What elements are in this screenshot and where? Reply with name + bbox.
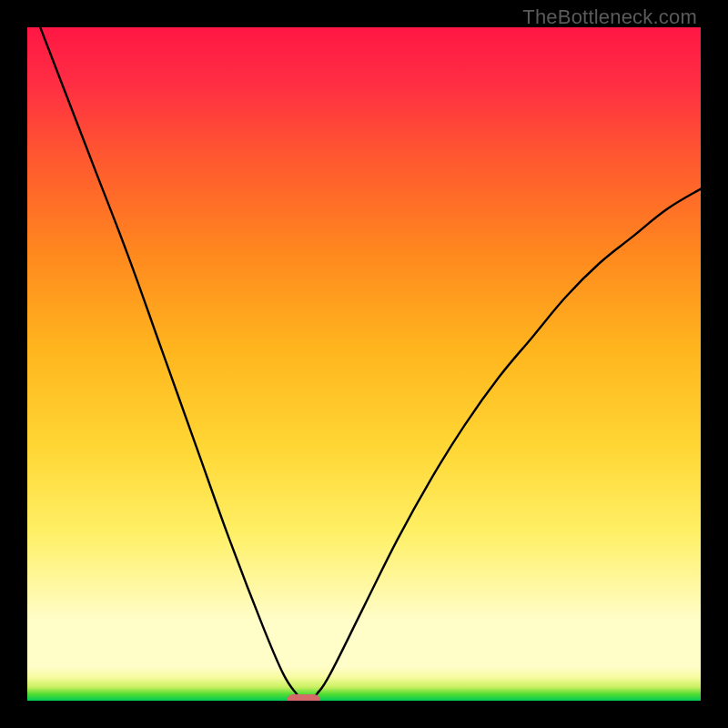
plot-area xyxy=(27,27,701,701)
chart-frame: TheBottleneck.com xyxy=(0,0,728,728)
watermark-text: TheBottleneck.com xyxy=(522,5,697,29)
bottleneck-curve xyxy=(27,27,701,701)
optimum-marker xyxy=(287,694,320,701)
